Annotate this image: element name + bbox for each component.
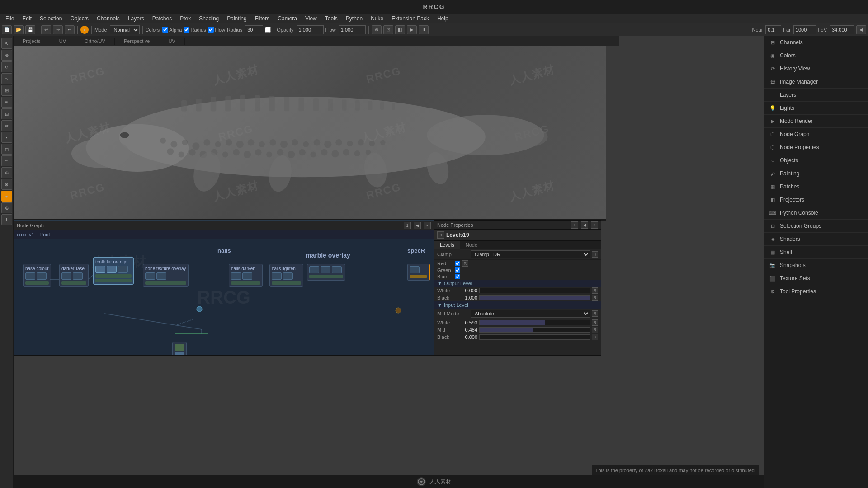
menu-file[interactable]: File [2, 14, 18, 23]
radius-check[interactable]: Radius [184, 27, 206, 33]
left-btn-tools[interactable]: ⚙ [1, 179, 12, 190]
tab-projects[interactable]: Projects [14, 38, 50, 45]
tb-btn4[interactable]: ▶ [407, 25, 417, 34]
left-btn-grid[interactable]: ⊟ [1, 108, 12, 119]
socket[interactable] [73, 272, 83, 280]
panel-item-patches[interactable]: ▦ Patches [764, 180, 868, 193]
left-btn-proj[interactable]: T [1, 214, 12, 225]
tb-btn3[interactable]: ◧ [395, 25, 405, 34]
save-btn[interactable]: 💾 [25, 25, 35, 34]
mode-select[interactable]: Normal [110, 25, 140, 34]
input-white-slider[interactable] [479, 320, 590, 325]
new-btn[interactable]: 📄 [2, 25, 12, 34]
menu-edit[interactable]: Edit [19, 14, 35, 23]
socket[interactable] [410, 266, 420, 273]
opacity-input[interactable] [297, 25, 324, 34]
input-black-r[interactable]: R [592, 334, 598, 340]
node-tooth-tar-orange[interactable]: tooth tar orange [93, 257, 134, 285]
tb-btn2[interactable]: ⊡ [383, 25, 393, 34]
panel-item-node-properties[interactable]: ⬡ Node Properties [764, 141, 868, 154]
menu-channels[interactable]: Channels [93, 14, 123, 23]
red-checkbox[interactable] [455, 261, 460, 266]
panel-item-colors[interactable]: ◉ Colors [764, 49, 868, 62]
node-nails-lighten[interactable]: nails lighten [269, 264, 303, 287]
panel-item-modo-render[interactable]: ▶ Modo Render [764, 115, 868, 128]
socket[interactable] [321, 266, 330, 273]
menu-painting[interactable]: Painting [223, 14, 250, 23]
flow-input[interactable] [339, 25, 366, 34]
mid-mode-select[interactable]: Absolute [471, 310, 590, 318]
output-level-section[interactable]: ▼ Output Level [434, 280, 601, 287]
clamp-r-btn[interactable]: R [592, 251, 598, 258]
left-btn-move[interactable]: ⊕ [1, 50, 12, 61]
panel-item-layers[interactable]: ≡ Layers [764, 89, 868, 102]
socket[interactable] [118, 266, 128, 273]
panel-item-shaders[interactable]: ◈ Shaders [764, 233, 868, 246]
node-darker-base[interactable]: darkerBase [59, 264, 89, 287]
menu-extension-pack[interactable]: Extension Pack [388, 14, 433, 23]
socket[interactable] [231, 272, 241, 280]
panel-item-channels[interactable]: ⊞ Channels [764, 36, 868, 49]
tab-uv2[interactable]: UV [159, 38, 184, 45]
socket[interactable] [61, 272, 71, 280]
tab-uv1[interactable]: UV [50, 38, 75, 45]
panel-item-python-console[interactable]: ⌨ Python Console [764, 206, 868, 220]
menu-python[interactable]: Python [342, 14, 366, 23]
tb-btn1[interactable]: ⊕ [372, 25, 382, 34]
radius-input[interactable] [245, 25, 263, 34]
panel-item-history[interactable]: ⟳ History View [764, 62, 868, 75]
node-marble-overlay[interactable] [307, 264, 345, 281]
panel-item-snapshots[interactable]: 📷 Snapshots [764, 259, 868, 272]
input-black-slider[interactable] [479, 334, 590, 340]
socket[interactable] [95, 266, 105, 273]
np-btn2[interactable]: ◀ [581, 221, 588, 229]
left-btn-layers[interactable]: ≡ [1, 97, 12, 108]
output-black-slider[interactable] [479, 295, 590, 300]
open-btn[interactable]: 📂 [14, 25, 24, 34]
panel-item-projectors[interactable]: ◧ Projectors [764, 193, 868, 206]
output-white-r[interactable]: R [592, 287, 598, 294]
green-checkbox[interactable] [455, 267, 460, 273]
left-btn-transform[interactable]: ⊞ [1, 85, 12, 96]
menu-shading[interactable]: Shading [195, 14, 222, 23]
np-close[interactable]: × [591, 221, 598, 229]
np-node-close[interactable]: × [437, 231, 444, 239]
far-input[interactable] [793, 25, 816, 34]
menu-objects[interactable]: Objects [66, 14, 92, 23]
menu-filters[interactable]: Filters [251, 14, 274, 23]
menu-camera[interactable]: Camera [274, 14, 301, 23]
panel-item-texture-sets[interactable]: ⬛ Texture Sets [764, 272, 868, 285]
left-btn-stamp[interactable]: ⊕ [1, 167, 12, 178]
input-mid-slider[interactable] [479, 327, 590, 333]
node-specR[interactable] [407, 264, 430, 281]
undo-btn[interactable]: ↩ [41, 25, 51, 34]
tab-levels[interactable]: Levels [434, 241, 460, 249]
flow-check[interactable]: Flow [208, 27, 225, 33]
view-btn[interactable]: ● [80, 26, 89, 34]
tb-btn5[interactable]: ⏸ [419, 25, 429, 34]
node-bone-texture[interactable]: bone texture overlay [143, 264, 189, 287]
panel-item-image-manager[interactable]: 🖼 Image Manager [764, 75, 868, 89]
left-btn-mask[interactable]: ⊕ [1, 202, 12, 213]
left-btn-pen[interactable]: ✏ [1, 120, 12, 131]
panel-item-node-graph[interactable]: ⬡ Node Graph [764, 128, 868, 141]
left-btn-scale[interactable]: ⤡ [1, 73, 12, 84]
menu-help[interactable]: Help [434, 14, 452, 23]
tab-perspective[interactable]: Perspective [115, 38, 159, 45]
left-btn-fill[interactable]: ▪ [1, 132, 12, 143]
ng-close[interactable]: × [424, 222, 431, 229]
radius-checkbox[interactable] [265, 27, 271, 33]
socket[interactable] [309, 266, 319, 273]
input-level-section[interactable]: ▼ Input Level [434, 301, 601, 309]
menu-nuke[interactable]: Nuke [367, 14, 387, 23]
near-input[interactable] [765, 25, 781, 34]
menu-selection[interactable]: Selection [36, 14, 66, 23]
socket[interactable] [25, 272, 35, 280]
left-btn-eraser[interactable]: ◻ [1, 144, 12, 155]
panel-item-tool-properties[interactable]: ⚙ Tool Properties [764, 285, 868, 298]
alpha-check[interactable]: Alpha [162, 27, 182, 33]
tab-ortho-uv[interactable]: Ortho/UV [75, 38, 115, 45]
tb-collapse[interactable]: ◀ [856, 25, 866, 34]
ng-btn2[interactable]: ◀ [414, 222, 421, 229]
node-nails-darken[interactable]: nails darken [229, 264, 263, 287]
